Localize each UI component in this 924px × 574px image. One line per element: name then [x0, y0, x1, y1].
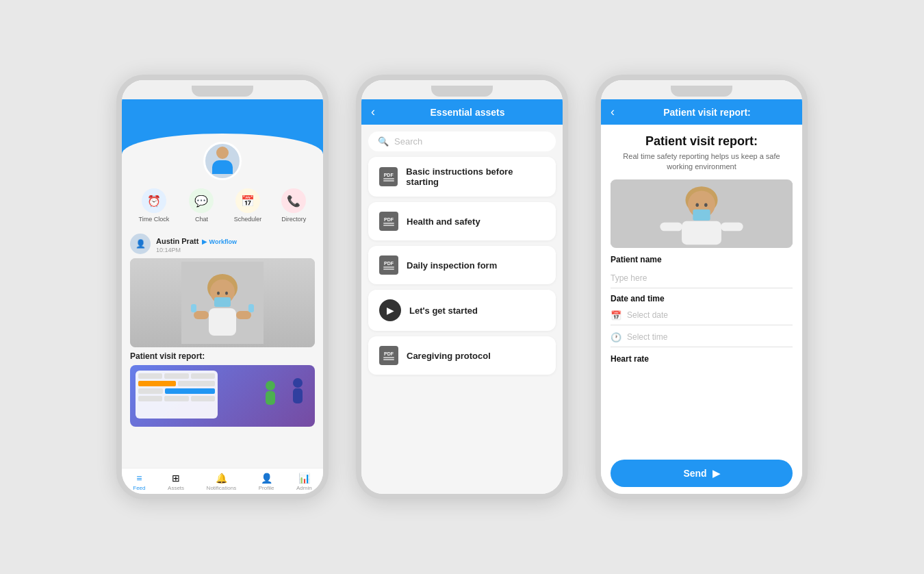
pdf-lines [383, 223, 394, 226]
report-nurse-svg [611, 179, 793, 248]
cal-row-3 [138, 388, 215, 394]
asset-card-0[interactable]: PDF Basic instructions before starting [368, 157, 556, 197]
calendar-graphic [136, 371, 218, 419]
avatar-figure [209, 144, 236, 178]
pdf-line [383, 266, 394, 268]
pdf-line [383, 269, 394, 270]
svg-point-13 [293, 378, 303, 388]
pdf-line [383, 225, 394, 226]
phone-3: ‹ Patient visit report: Patient visit re… [595, 75, 808, 499]
cal-cell [138, 396, 162, 401]
phone-2: ‹ Essential assets 🔍 Search PDF Basic in… [356, 75, 568, 499]
pdf-icon-1: PDF [379, 212, 398, 231]
assets-icon: ⊞ [172, 473, 180, 484]
nav-assets[interactable]: ⊞ Assets [168, 473, 184, 491]
icon-timeclock[interactable]: ⏰ Time Clock [139, 188, 170, 223]
asset-card-3[interactable]: ▶ Let's get started [368, 290, 556, 331]
pdf-icon-0: PDF [379, 167, 398, 186]
notifications-label: Notifications [207, 485, 237, 491]
svg-rect-6 [209, 308, 236, 336]
cal-cell [191, 396, 215, 401]
cal-cell [138, 388, 163, 394]
nav-profile[interactable]: 👤 Profile [259, 473, 274, 491]
phone2-content: ‹ Essential assets 🔍 Search PDF Basic in… [361, 99, 563, 494]
report-image [611, 179, 793, 248]
cal-row-2 [138, 381, 215, 386]
asset-card-2[interactable]: PDF Daily inspection form [368, 246, 556, 284]
chat-icon: 💬 [189, 188, 214, 213]
cal-cell-orange [138, 381, 176, 386]
icon-chat[interactable]: 💬 Chat [189, 188, 214, 223]
date-time-label: Date and time [611, 294, 793, 303]
profile-label: Profile [259, 485, 274, 491]
svg-rect-18 [693, 209, 710, 220]
nav-notifications[interactable]: 🔔 Notifications [207, 473, 237, 491]
send-button[interactable]: Send ▶ [611, 460, 793, 487]
chat-name-row: Austin Pratt ▶ Workflow [156, 234, 237, 247]
phone3-content: ‹ Patient visit report: Patient visit re… [601, 99, 802, 494]
svg-point-11 [266, 381, 275, 390]
phone2-title: Essential assets [382, 107, 553, 118]
send-icon: ▶ [713, 468, 720, 479]
date-input[interactable]: 📅 Select date [611, 306, 793, 325]
cal-cell [138, 373, 162, 379]
phone-notch-2 [361, 80, 563, 99]
asset-card-4[interactable]: PDF Caregiving protocol [368, 336, 556, 375]
post-image [130, 258, 315, 347]
pdf-text: PDF [384, 173, 394, 177]
report-title: Patient visit report: [611, 134, 793, 149]
phone3-header: ‹ Patient visit report: [601, 99, 802, 125]
pdf-lines [383, 266, 394, 270]
icon-directory[interactable]: 📞 Directory [281, 188, 306, 223]
phone-1: ⏰ Time Clock 💬 Chat 📅 Scheduler 📞 Direct… [116, 75, 329, 499]
back-button-3[interactable]: ‹ [611, 105, 615, 119]
pdf-icon-2: PDF [379, 255, 398, 275]
svg-point-19 [695, 203, 699, 206]
phone3-footer: Send ▶ [601, 453, 802, 494]
nav-admin[interactable]: 📊 Admin [296, 473, 312, 491]
chat-info: Austin Pratt ▶ Workflow 10:14PM [156, 234, 237, 253]
svg-point-5 [225, 292, 228, 295]
time-placeholder: Select time [627, 332, 667, 342]
pdf-line [383, 359, 394, 360]
calendar-icon: 📅 [611, 310, 621, 321]
directory-label: Directory [281, 216, 306, 223]
phone2-body: 🔍 Search PDF Basic instructions before s… [361, 125, 563, 494]
phone-notch-1 [122, 80, 323, 99]
timeclock-icon: ⏰ [142, 188, 166, 213]
svg-rect-8 [236, 311, 251, 319]
svg-rect-23 [721, 222, 743, 231]
patient-name-input[interactable]: Type here [611, 267, 793, 288]
pdf-lines [383, 178, 394, 182]
admin-icon: 📊 [298, 473, 310, 484]
cal-row-1 [138, 373, 215, 379]
phone1-navbar: ≡ Feed ⊞ Assets 🔔 Notifications 👤 Profil… [122, 468, 323, 494]
nav-feed[interactable]: ≡ Feed [133, 473, 145, 491]
cal-cell [191, 373, 215, 379]
avatar [203, 142, 242, 180]
svg-rect-22 [660, 222, 682, 231]
pdf-text: PDF [384, 261, 394, 266]
time-input[interactable]: 🕐 Select time [611, 328, 793, 347]
icon-scheduler[interactable]: 📅 Scheduler [234, 188, 262, 223]
play-icon: ▶ [379, 299, 401, 321]
avatar-body [212, 160, 233, 174]
back-button[interactable]: ‹ [371, 105, 375, 119]
feed-label: Feed [133, 485, 145, 491]
search-bar[interactable]: 🔍 Search [368, 132, 556, 151]
svg-rect-21 [682, 221, 721, 245]
patient-name-label: Patient name [611, 255, 793, 264]
pdf-line [383, 178, 394, 179]
pdf-line [383, 223, 394, 224]
chat-name: Austin Pratt [156, 237, 198, 245]
asset-card-1[interactable]: PDF Health and safety [368, 202, 556, 240]
patient-name-placeholder: Type here [611, 273, 647, 283]
pdf-icon-4: PDF [379, 346, 398, 365]
schedule-image [130, 365, 315, 427]
phone1-body: 👤 Austin Pratt ▶ Workflow 10:14PM [122, 228, 323, 468]
chat-time: 10:14PM [156, 247, 237, 253]
svg-rect-14 [293, 388, 303, 403]
clock-icon: 🕐 [611, 332, 621, 342]
heart-rate-label: Heart rate [611, 354, 793, 364]
pdf-text: PDF [384, 217, 394, 222]
